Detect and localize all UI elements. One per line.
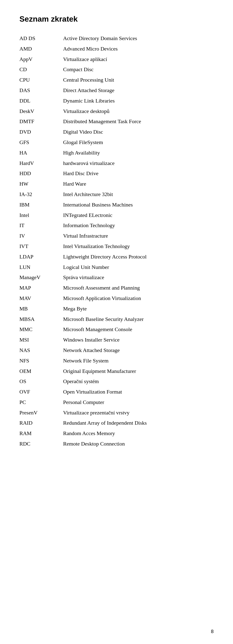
table-row: ManageVSpráva virtualizace [19, 272, 214, 283]
acronym-abbr: CPU [19, 75, 63, 85]
table-row: OSOperační systém [19, 376, 214, 387]
acronym-definition: Lightweight Directory Access Protocol [63, 252, 214, 262]
acronym-abbr: IT [19, 220, 63, 231]
table-row: MMCMicrosoft Management Console [19, 324, 214, 335]
acronym-abbr: IA-32 [19, 189, 63, 200]
acronym-abbr: HardV [19, 158, 63, 168]
acronym-abbr: HW [19, 179, 63, 189]
acronym-definition: Hard Ware [63, 179, 214, 189]
table-row: DVDDigital Video Disc [19, 127, 214, 137]
acronym-definition: Random Acces Memory [63, 428, 214, 439]
acronym-abbr: IV [19, 231, 63, 241]
acronym-definition: Information Technology [63, 220, 214, 231]
acronym-definition: Microsoft Assessment and Planning [63, 283, 214, 293]
table-row: HWHard Ware [19, 179, 214, 189]
acronym-abbr: HDD [19, 168, 63, 179]
acronym-definition: Mega Byte [63, 304, 214, 314]
acronym-definition: High Availability [63, 148, 214, 158]
acronym-definition: Hard Disc Drive [63, 168, 214, 179]
table-row: HardVhardwarová virtualizace [19, 158, 214, 168]
acronym-abbr: MAP [19, 283, 63, 293]
acronym-definition: Virtualizace prezentační vrstvy [63, 408, 214, 418]
table-row: CDCompact Disc [19, 64, 214, 75]
acronym-abbr: RDC [19, 439, 63, 449]
acronym-definition: Remote Desktop Connection [63, 439, 214, 449]
acronym-definition: Network File System [63, 356, 214, 366]
acronym-definition: Virtualizace aplikací [63, 54, 214, 64]
table-row: ITInformation Technology [19, 220, 214, 231]
acronym-definition: hardwarová virtualizace [63, 158, 214, 168]
page-number: 8 [211, 629, 214, 634]
table-row: DDLDynamic Link Libraries [19, 96, 214, 106]
acronym-definition: Redundant Array of Independent Disks [63, 418, 214, 428]
acronym-abbr: PresenV [19, 408, 63, 418]
table-row: GFSGlogal FileSystem [19, 137, 214, 148]
page-title: Seznam zkratek [19, 14, 214, 24]
table-row: IntelINTegrated ELectronic [19, 210, 214, 220]
acronym-abbr: NAS [19, 345, 63, 356]
acronym-abbr: OVF [19, 387, 63, 397]
acronym-definition: Windows Installer Service [63, 335, 214, 345]
acronym-definition: Intel Virtualization Technology [63, 241, 214, 252]
acronym-definition: Central Processing Unit [63, 75, 214, 85]
acronym-abbr: MMC [19, 324, 63, 335]
table-row: PCPersonal Computer [19, 397, 214, 408]
table-row: RAMRandom Acces Memory [19, 428, 214, 439]
acronym-abbr: DMTF [19, 116, 63, 127]
acronym-definition: Virtualizace desktopů [63, 106, 214, 116]
acronym-definition: Intel Architecture 32bit [63, 189, 214, 200]
acronym-definition: Logical Unit Number [63, 262, 214, 272]
acronym-abbr: DVD [19, 127, 63, 137]
acronym-definition: Dynamic Link Libraries [63, 96, 214, 106]
table-row: MAVMicrosoft Application Virtualization [19, 293, 214, 304]
acronym-definition: Správa virtualizace [63, 272, 214, 283]
acronym-abbr: RAM [19, 428, 63, 439]
acronym-definition: Network Attached Storage [63, 345, 214, 356]
table-row: DeskVVirtualizace desktopů [19, 106, 214, 116]
acronym-abbr: DDL [19, 96, 63, 106]
table-row: LUNLogical Unit Number [19, 262, 214, 272]
table-row: NFSNetwork File System [19, 356, 214, 366]
table-row: RDCRemote Desktop Connection [19, 439, 214, 449]
acronym-abbr: OEM [19, 366, 63, 376]
acronym-abbr: LDAP [19, 252, 63, 262]
table-row: OVFOpen Virtualization Format [19, 387, 214, 397]
acronym-definition: Microsoft Application Virtualization [63, 293, 214, 304]
table-row: LDAPLightweight Directory Access Protoco… [19, 252, 214, 262]
acronym-abbr: OS [19, 376, 63, 387]
table-row: AD DSActive Directory Domain Services [19, 33, 214, 44]
table-row: DASDirect Attached Storage [19, 85, 214, 96]
acronym-definition: Active Directory Domain Services [63, 33, 214, 44]
table-row: MBSAMicrosoft Baseline Security Analyzer [19, 314, 214, 324]
acronym-definition: Compact Disc [63, 64, 214, 75]
table-row: IVTIntel Virtualization Technology [19, 241, 214, 252]
table-row: MBMega Byte [19, 304, 214, 314]
table-row: PresenVVirtualizace prezentační vrstvy [19, 408, 214, 418]
table-row: AppVVirtualizace aplikací [19, 54, 214, 64]
table-row: MSIWindows Installer Service [19, 335, 214, 345]
acronym-abbr: NFS [19, 356, 63, 366]
acronym-abbr: MSI [19, 335, 63, 345]
acronym-definition: Advanced Micro Devices [63, 44, 214, 54]
table-row: DMTFDistributed Management Task Force [19, 116, 214, 127]
table-row: IVVirtual Infrastracture [19, 231, 214, 241]
acronym-abbr: DeskV [19, 106, 63, 116]
table-row: OEMOriginal Equipment Manufacturer [19, 366, 214, 376]
acronym-abbr: CD [19, 64, 63, 75]
table-row: RAIDRedundant Array of Independent Disks [19, 418, 214, 428]
acronym-abbr: IVT [19, 241, 63, 252]
acronym-abbr: MAV [19, 293, 63, 304]
acronym-abbr: ManageV [19, 272, 63, 283]
acronym-definition: INTegrated ELectronic [63, 210, 214, 220]
table-row: IBMInternational Business Machines [19, 200, 214, 210]
acronym-abbr: GFS [19, 137, 63, 148]
acronym-abbr: HA [19, 148, 63, 158]
table-row: HDDHard Disc Drive [19, 168, 214, 179]
acronym-definition: International Business Machines [63, 200, 214, 210]
acronym-abbr: Intel [19, 210, 63, 220]
acronym-abbr: AD DS [19, 33, 63, 44]
acronym-definition: Digital Video Disc [63, 127, 214, 137]
table-row: CPUCentral Processing Unit [19, 75, 214, 85]
acronym-definition: Original Equipment Manufacturer [63, 366, 214, 376]
table-row: AMDAdvanced Micro Devices [19, 44, 214, 54]
